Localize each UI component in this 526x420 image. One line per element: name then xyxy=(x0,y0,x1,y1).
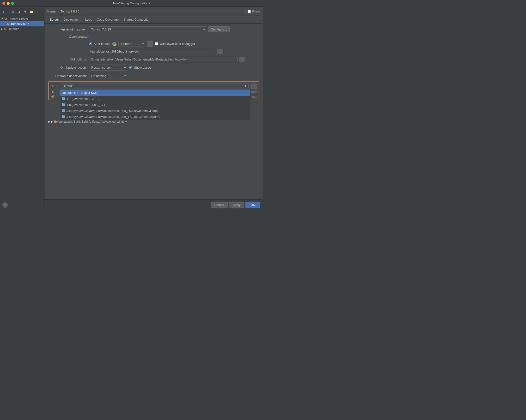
vm-options-label: VM options: xyxy=(48,58,87,61)
folder-button[interactable]: 📁 xyxy=(29,9,35,14)
on-deactivation-label: On frame deactivation: xyxy=(48,74,87,78)
on-update-label: On 'Update' action: xyxy=(48,66,87,69)
minimize-button[interactable] xyxy=(7,2,10,5)
bottom-bar: Cancel Apply OK xyxy=(44,199,263,210)
app-server-select[interactable]: Tomcat 7.0.85 xyxy=(89,26,206,32)
share-checkbox[interactable] xyxy=(248,10,251,13)
configure-button[interactable]: Configure... xyxy=(208,26,230,32)
defaults-icon: ⚙ xyxy=(4,27,7,31)
tab-deployment[interactable]: Deployment xyxy=(61,16,83,23)
before-launch-section: ▶ ▶ Before launch: Build, Build Artifact… xyxy=(48,120,259,123)
browser-ellipsis-button[interactable]: ... xyxy=(147,41,153,47)
folder-jdk18-icon xyxy=(62,116,65,118)
name-row: Name: Share xyxy=(44,7,263,16)
help-button[interactable]: ? xyxy=(2,202,8,208)
js-debugger-label: with JavaScript debugger xyxy=(160,42,195,46)
tabs-bar: Server Deployment Logs Code Coverage Sta… xyxy=(44,16,263,23)
jre-dropdown-arrow-icon: ▼ xyxy=(244,84,247,88)
open-browser-label: Open browser xyxy=(48,35,89,39)
url-ellipsis-button[interactable]: ... xyxy=(217,49,223,54)
before-launch-expand-icon[interactable]: ▶ xyxy=(48,120,51,123)
jre-value: Default xyxy=(63,84,72,88)
on-update-select[interactable]: Restart server xyxy=(89,65,127,70)
app-server-row: Application server: Tomcat 7.0.85 Config… xyxy=(48,26,259,32)
on-deactivation-row: On frame deactivation: Do nothing xyxy=(48,73,259,79)
browser-row: After launch Chrome ... with JavaScript … xyxy=(89,41,259,47)
open-browser-row: Open browser xyxy=(48,35,259,39)
after-launch-label: After launch xyxy=(94,42,110,46)
vm-options-input[interactable] xyxy=(89,57,238,62)
url-row: ... xyxy=(89,49,259,54)
sidebar-group-label: Tomcat Server xyxy=(8,17,28,21)
oys-label: oys xyxy=(252,95,257,98)
traffic-lights xyxy=(2,2,14,5)
ok-button[interactable]: OK xyxy=(245,202,260,208)
balance-label: ance xyxy=(251,90,257,94)
tomcat-item-icon: ⚙ xyxy=(7,22,10,26)
tab-code-coverage[interactable]: Code Coverage xyxy=(94,16,121,23)
title-bar: Run/Debug Configurations xyxy=(0,0,263,7)
share-label: Share xyxy=(252,10,260,13)
jre-option-jdk18-label: /Library/Java/JavaVirtualMachines/jdk1.8… xyxy=(67,115,160,118)
expand-arrow-icon: ▼ xyxy=(1,18,3,20)
jre-section: JRE: Default ▼ ... Default (1.7 - projec… xyxy=(48,81,259,100)
jre-row: JRE: Default ▼ ... xyxy=(49,82,259,90)
sidebar-defaults-label: Defaults xyxy=(8,27,19,31)
browser-select[interactable]: Chrome xyxy=(118,41,145,47)
close-button[interactable] xyxy=(2,2,5,5)
url-input[interactable] xyxy=(89,49,216,54)
jre-option-17[interactable]: 1.7 (java version "1.7.0") xyxy=(60,96,250,102)
expand-vm-button[interactable]: ↗ xyxy=(240,57,244,62)
expand-arrow-defaults-icon: ▶ xyxy=(1,28,3,30)
move-up-button[interactable]: ▲ xyxy=(17,9,22,14)
name-label: Name: xyxy=(47,10,57,13)
jre-dropdown-list: Default (1.7 - project SDK) 1.7 (java ve… xyxy=(60,89,250,120)
tomcat-partial-label-1: HT xyxy=(51,90,54,94)
show-dialog-label: Show dialog xyxy=(134,66,151,69)
sidebar-toolbar: + − ⧉ ▲ ▼ 📁 ↕ xyxy=(0,8,44,15)
show-dialog-checkbox[interactable] xyxy=(129,66,132,69)
folder-jdk17-icon xyxy=(62,109,65,112)
add-config-button[interactable]: + xyxy=(1,9,5,14)
sidebar-item-tomcat7085[interactable]: ⚙ Tomcat7.0.85 xyxy=(0,21,44,26)
form-area: Application server: Tomcat 7.0.85 Config… xyxy=(44,23,263,199)
app-server-label: Application server: xyxy=(48,28,87,31)
maximize-button[interactable] xyxy=(11,2,14,5)
jre-more-button[interactable]: ... xyxy=(251,84,257,89)
tab-server[interactable]: Server xyxy=(47,16,61,23)
sidebar-item-tomcat-server[interactable]: ▼ ⚙ Tomcat Server xyxy=(0,16,44,21)
before-launch-label: ▶ Before launch: Build, Build Artifacts,… xyxy=(51,120,127,123)
jre-option-jdk17-path[interactable]: /Library/Java/JavaVirtualMachines/jdk1.7… xyxy=(60,108,250,114)
remove-config-button[interactable]: − xyxy=(6,9,10,14)
apply-button[interactable]: Apply xyxy=(229,202,244,208)
jre-option-18[interactable]: 1.8 (java version "1.8.0_171") xyxy=(60,102,250,108)
after-launch-checkbox[interactable] xyxy=(89,42,92,45)
move-down-button[interactable]: ▼ xyxy=(23,9,28,14)
tomcat-group-icon: ⚙ xyxy=(4,17,7,21)
on-deactivation-select[interactable]: Do nothing xyxy=(89,73,127,79)
on-update-row: On 'Update' action: Restart server Show … xyxy=(48,65,259,70)
js-debugger-checkbox[interactable] xyxy=(155,42,158,45)
toolbar-divider xyxy=(16,10,16,13)
tab-logs[interactable]: Logs xyxy=(83,16,94,23)
sidebar-item-label: Tomcat7.0.85 xyxy=(10,22,29,26)
jre-option-jdk17-label: /Library/Java/JavaVirtualMachines/jdk1.7… xyxy=(67,109,159,113)
share-button[interactable]: Share xyxy=(248,10,260,13)
folder-18-icon xyxy=(62,103,65,106)
sidebar-item-defaults[interactable]: ▶ ⚙ Defaults xyxy=(0,26,44,31)
jre-option-jdk18-path[interactable]: /Library/Java/JavaVirtualMachines/jdk1.8… xyxy=(60,114,250,120)
sort-button[interactable]: ↕ xyxy=(35,9,39,14)
cancel-button[interactable]: Cancel xyxy=(211,202,227,208)
jre-option-default-sdk[interactable]: Default (1.7 - project SDK) xyxy=(60,90,250,96)
jre-option-17-label: 1.7 (java version "1.7.0") xyxy=(67,97,101,101)
jre-dropdown-button[interactable]: Default ▼ xyxy=(61,83,249,89)
window-title: Run/Debug Configurations xyxy=(113,1,150,5)
content-area: Name: Share Server Deployment Logs Code … xyxy=(44,7,263,210)
sidebar: + − ⧉ ▲ ▼ 📁 ↕ ▼ ⚙ Tomcat Server ⚙ Tomcat… xyxy=(0,7,44,210)
tomcat-partial-label-2: HT xyxy=(51,95,54,98)
vm-options-row: VM options: ↗ xyxy=(48,57,259,62)
copy-config-button[interactable]: ⧉ xyxy=(10,9,15,14)
chrome-browser-icon xyxy=(112,42,116,46)
name-input[interactable] xyxy=(59,9,246,14)
tab-startup-connection[interactable]: Startup/Connection xyxy=(121,16,152,23)
